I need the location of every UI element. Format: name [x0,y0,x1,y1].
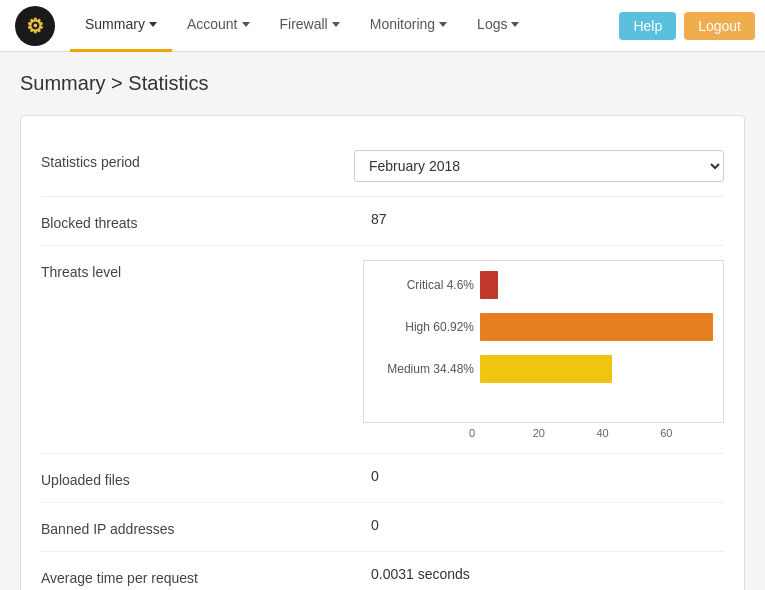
blocked-threats-label: Blocked threats [41,211,371,231]
bar-label-high: High 60.92% [374,320,474,334]
x-tick-20: 20 [533,427,597,439]
chevron-down-icon [439,22,447,27]
bar-track-medium [480,355,713,383]
banned-ip-label: Banned IP addresses [41,517,371,537]
chevron-down-icon [511,22,519,27]
bar-label-critical: Critical 4.6% [374,278,474,292]
brand-logo: ⚙ [15,6,55,46]
avg-time-label: Average time per request [41,566,371,586]
nav-item-firewall[interactable]: Firewall [265,0,355,52]
uploaded-files-value: 0 [371,468,379,484]
threats-level-label: Threats level [41,260,363,280]
nav-logs-label: Logs [477,16,507,32]
nav-item-summary[interactable]: Summary [70,0,172,52]
navbar: ⚙ Summary Account Firewall Monitoring Lo… [0,0,765,52]
stats-period-value: February 2018 January 2018 December 2017 [354,150,724,182]
avg-time-value: 0.0031 seconds [371,566,470,582]
nav-buttons: Help Logout [619,12,755,40]
logout-button[interactable]: Logout [684,12,755,40]
bar-row-medium: Medium 34.48% [374,355,713,383]
brand: ⚙ [10,1,60,51]
uploaded-files-row: Uploaded files 0 [41,454,724,503]
blocked-threats-value: 87 [371,211,387,227]
chevron-down-icon [242,22,250,27]
bar-track-high [480,313,713,341]
nav-firewall-label: Firewall [280,16,328,32]
x-tick-40: 40 [596,427,660,439]
bar-fill-medium [480,355,612,383]
nav-item-logs[interactable]: Logs [462,0,534,52]
avg-time-row: Average time per request 0.0031 seconds [41,552,724,590]
bar-label-medium: Medium 34.48% [374,362,474,376]
nav-items: Summary Account Firewall Monitoring Logs [70,0,619,52]
nav-item-monitoring[interactable]: Monitoring [355,0,462,52]
blocked-threats-row: Blocked threats 87 [41,197,724,246]
x-tick-0: 0 [469,427,533,439]
nav-summary-label: Summary [85,16,145,32]
main-content: Summary > Statistics Statistics period F… [0,52,765,590]
x-axis: 0 20 40 60 [469,423,724,439]
stats-card: Statistics period February 2018 January … [20,115,745,590]
uploaded-files-label: Uploaded files [41,468,371,488]
nav-item-account[interactable]: Account [172,0,265,52]
banned-ip-value: 0 [371,517,379,533]
nav-monitoring-label: Monitoring [370,16,435,32]
bar-fill-high [480,313,713,341]
banned-ip-row: Banned IP addresses 0 [41,503,724,552]
chart-area: Critical 4.6% High 60.92% Me [363,260,724,423]
threats-chart: Critical 4.6% High 60.92% Me [363,260,724,439]
bar-row-high: High 60.92% [374,313,713,341]
chevron-down-icon [149,22,157,27]
help-button[interactable]: Help [619,12,676,40]
stats-period-row: Statistics period February 2018 January … [41,136,724,197]
x-tick-60: 60 [660,427,724,439]
bar-fill-critical [480,271,498,299]
period-select[interactable]: February 2018 January 2018 December 2017 [354,150,724,182]
stats-period-label: Statistics period [41,150,354,170]
bar-track-critical [480,271,713,299]
nav-account-label: Account [187,16,238,32]
bar-row-critical: Critical 4.6% [374,271,713,299]
breadcrumb: Summary > Statistics [20,72,745,95]
chevron-down-icon [332,22,340,27]
threats-level-row: Threats level Critical 4.6% High 60.92% [41,246,724,454]
